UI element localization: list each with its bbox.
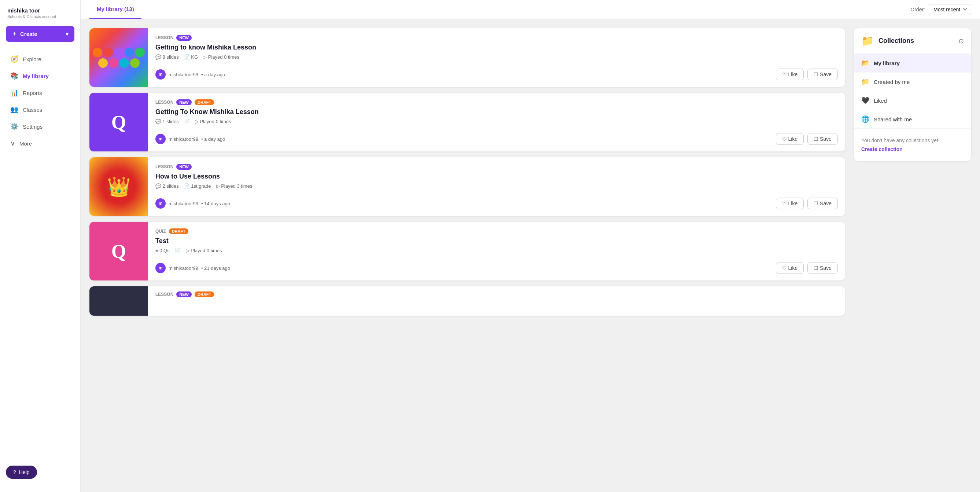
collections-empty: You don't have any collections yet! Crea… [854, 129, 971, 161]
collections-nav-item-created-by-me[interactable]: 📁 Created by me [854, 73, 971, 91]
like-button[interactable]: ♡ Like [776, 197, 804, 209]
classes-label: Classes [23, 107, 42, 113]
save-button[interactable]: ☐ Save [807, 262, 838, 274]
card-meta: LESSON NEW [155, 164, 838, 170]
card-title[interactable]: Getting to know Mishika Lesson [155, 44, 838, 51]
help-label: Help [19, 469, 30, 475]
time-ago: • 21 days ago [201, 266, 230, 271]
slides-stat: 💬 2 slides [155, 183, 179, 189]
folder-icon: 📁 [861, 78, 869, 86]
card-footer: m mishikatoor99 • 14 days ago ♡ Like ☐ S… [155, 197, 838, 209]
like-button[interactable]: ♡ Like [776, 68, 804, 80]
crown-icon: 👑 [107, 176, 131, 198]
q-logo-icon: Q [111, 240, 126, 262]
badge-new: NEW [176, 35, 192, 41]
collections-title: Collections [878, 37, 914, 45]
table-row: LESSON NEW DRAFT [89, 286, 845, 316]
content-area: LESSON NEW Getting to know Mishika Lesso… [81, 19, 980, 492]
card-body: LESSON NEW Getting to know Mishika Lesso… [148, 28, 845, 87]
more-label: More [19, 140, 32, 146]
badge-new: NEW [176, 164, 192, 170]
card-stats: 💬 2 slides 📄 1st grade ▷ Played 3 times [155, 183, 838, 189]
card-actions: ♡ Like ☐ Save [776, 133, 838, 145]
table-row: LESSON NEW Getting to know Mishika Lesso… [89, 28, 845, 87]
collections-box: 📁 Collections ⊙ 📂 My library 📁 Created b… [854, 28, 971, 161]
author-name: mishikatoor99 [169, 266, 198, 271]
create-button[interactable]: ＋ Create ▾ [6, 26, 75, 42]
library-icon: 📚 [10, 72, 18, 80]
badge-draft: DRAFT [195, 99, 214, 105]
liked-label: Liked [874, 97, 887, 104]
explore-label: Explore [23, 56, 41, 62]
grade-stat: 📄 KG [184, 54, 198, 60]
card-meta: LESSON NEW DRAFT [155, 99, 838, 105]
save-button[interactable]: ☐ Save [807, 197, 838, 209]
card-body: LESSON NEW DRAFT [148, 286, 845, 316]
explore-icon: 🧭 [10, 55, 18, 63]
save-button[interactable]: ☐ Save [807, 68, 838, 80]
folder-icon: 📁 [861, 35, 874, 47]
user-name: mishika toor [7, 7, 73, 14]
badge-draft: DRAFT [169, 228, 188, 234]
card-body: LESSON NEW How to Use Lessons 💬 2 slides… [148, 157, 845, 216]
card-actions: ♡ Like ☐ Save [776, 68, 838, 80]
collections-arrow-icon[interactable]: ⊙ [958, 37, 964, 45]
tab-my-library[interactable]: My library (13) [89, 0, 142, 19]
classes-icon: 👥 [10, 105, 18, 114]
played-stat: ▷ Played 0 times [195, 119, 231, 124]
card-type: LESSON [155, 292, 173, 297]
grade-stat: 📄 [175, 248, 181, 253]
q-logo-icon: Q [111, 111, 126, 133]
card-author: m mishikatoor99 • a day ago [155, 134, 225, 144]
card-title[interactable]: How to Use Lessons [155, 173, 838, 180]
card-type: LESSON [155, 35, 173, 40]
heart-icon: 🖤 [861, 96, 869, 105]
card-title[interactable]: Test [155, 237, 838, 245]
help-button[interactable]: ? Help [6, 466, 37, 479]
order-select[interactable]: Most recent Oldest A-Z Z-A [929, 4, 971, 15]
card-body: QUIZ DRAFT Test ≡ 0 Qs 📄 ▷ Played 0 time… [148, 222, 845, 280]
tab-bar: My library (13) Order: Most recent Oldes… [81, 0, 980, 19]
save-button[interactable]: ☐ Save [807, 133, 838, 145]
main-content: My library (13) Order: Most recent Oldes… [81, 0, 980, 492]
sidebar-item-explore[interactable]: 🧭 Explore [3, 51, 77, 67]
create-collection-link[interactable]: Create collection [861, 146, 964, 152]
help-icon: ? [13, 469, 16, 475]
library-label: My library [23, 73, 49, 79]
author-name: mishikatoor99 [169, 72, 198, 77]
chevron-down-icon: ▾ [65, 31, 68, 37]
order-label: Order: [910, 6, 925, 13]
played-stat: ▷ Played 0 times [203, 54, 239, 60]
settings-icon: ⚙️ [10, 123, 18, 131]
sidebar-item-reports[interactable]: 📊 Reports [3, 84, 77, 101]
chevron-down-icon: ∨ [10, 139, 15, 147]
like-button[interactable]: ♡ Like [776, 133, 804, 145]
card-footer: m mishikatoor99 • a day ago ♡ Like ☐ Sav… [155, 68, 838, 80]
card-meta: LESSON NEW [155, 35, 838, 41]
table-row: Q LESSON NEW DRAFT Getting To Know Mishi… [89, 93, 845, 151]
author-name: mishikatoor99 [169, 136, 198, 142]
card-footer: m mishikatoor99 • a day ago ♡ Like ☐ Sav… [155, 133, 838, 145]
card-thumbnail: Q [89, 222, 148, 280]
sidebar-item-more[interactable]: ∨ More [3, 135, 77, 152]
sidebar-item-my-library[interactable]: 📚 My library [3, 67, 77, 84]
collections-nav-item-my-library[interactable]: 📂 My library [854, 54, 971, 73]
time-ago: • 14 days ago [201, 201, 230, 206]
played-stat: ▷ Played 0 times [186, 248, 222, 253]
badge-draft: DRAFT [195, 291, 214, 297]
sidebar-item-settings[interactable]: ⚙️ Settings [3, 118, 77, 135]
collections-nav-item-shared-with-me[interactable]: 🌐 Shared with me [854, 110, 971, 129]
card-stats: ≡ 0 Qs 📄 ▷ Played 0 times [155, 248, 838, 253]
reports-label: Reports [23, 90, 42, 96]
my-library-label: My library [874, 60, 900, 66]
like-button[interactable]: ♡ Like [776, 262, 804, 274]
grade-stat: 📄 [184, 119, 190, 124]
time-ago: • a day ago [201, 136, 225, 142]
sidebar-item-classes[interactable]: 👥 Classes [3, 101, 77, 118]
avatar: m [155, 134, 165, 144]
card-body: LESSON NEW DRAFT Getting To Know Mishika… [148, 93, 845, 151]
badge-new: NEW [176, 99, 192, 105]
card-title[interactable]: Getting To Know Mishika Lesson [155, 108, 838, 116]
collections-nav-item-liked[interactable]: 🖤 Liked [854, 91, 971, 110]
card-thumbnail: Q [89, 93, 148, 151]
